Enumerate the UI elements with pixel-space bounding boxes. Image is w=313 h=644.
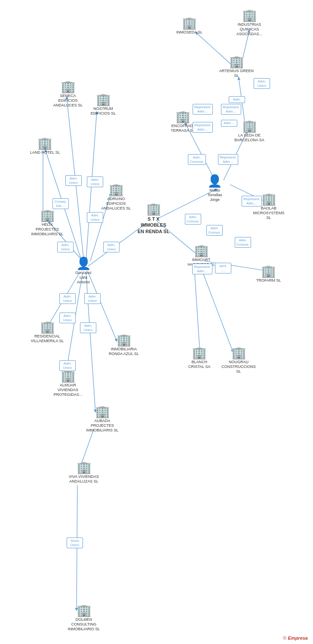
badge-adm-unico-left3[interactable]: Adm.Unico [87,212,103,223]
matas-person-icon: 👤 [207,175,222,187]
badge-adm-conous-center2[interactable]: Adm.Conous. [206,225,223,236]
badge-adm-unico-left2[interactable]: Adm.Unico [87,176,103,187]
residencial-building-icon: 🏢 [40,321,55,333]
badge-represent-baolab[interactable]: Represent.Adm.... [242,196,262,207]
node-inmobiliaria-ronda[interactable]: 🏢 INMOBILIARIA RONDA AZUL SL [107,334,141,356]
node-nougrau[interactable]: 🏢 NOUGRAU CONSTRUCCIONS SL [221,347,256,374]
badge-adm-unico-left1[interactable]: Adm.Unico [65,175,82,186]
brand-name: Empresa [288,635,308,641]
industrias-label: INDUSTRIAS QUIMICAS ASOCIADAS... [232,22,267,36]
nougrau-building-icon: 🏢 [231,347,246,359]
seneca-label: SENECA EDIFICIOS ANDALUCES SL [51,94,85,107]
ronda-building-icon: 🏢 [117,334,132,346]
landhotel-building-icon: 🏢 [37,137,52,149]
badge-adm-unico-low2[interactable]: Adm.Unico [84,293,101,304]
node-seda-barcelona[interactable]: 🏢 LA SEDA DE BARCELONA SA [232,120,267,143]
node-trofarm[interactable]: 🏢 TROFARM SL [256,265,281,283]
center-company-node[interactable]: 🏢 S T X IMMOBLES EN RENDA SL [138,202,169,234]
adriano-building-icon: 🏢 [109,184,124,196]
node-inmoseda[interactable]: 🏢 INMOSEDA SL [176,17,203,35]
badge-adm-conous-center1[interactable]: Adm.Conous. [185,214,201,225]
badge-adm-unico-low4[interactable]: Adm.Unico [80,322,96,333]
svg-line-9 [201,268,233,352]
badge-represent-1[interactable]: Represent.Adm.... [193,104,213,115]
copyright-symbol: © [283,635,286,641]
node-viva-viviendas[interactable]: 🏢 VIVA VIVIENDAS ANDALUZAS SL [67,462,101,484]
node-land-hotel[interactable]: 🏢 LAND HOTEL SL [30,137,60,155]
gonzalez-label: GonzalezLaraAntonio [75,270,92,284]
inmoseda-label: INMOSEDA SL [176,30,203,35]
baolab-label: BAOLAB MICROSYSTEMS SL [252,206,286,220]
dolmen-building-icon: 🏢 [77,605,92,617]
footer: © Empresa [283,635,308,641]
baolab-building-icon: 🏢 [261,193,276,205]
badge-adm-2[interactable]: Adm.... [221,120,237,127]
node-dolmen[interactable]: 🏢 DOLMEN CONSULTING INMOBILIARIO SL [67,605,101,631]
encofrad-building-icon: 🏢 [175,111,190,123]
badge-adm-conous-center3[interactable]: Adm.Conous. [235,237,251,248]
blanch-building-icon: 🏢 [192,347,207,359]
node-artenius[interactable]: 🏢 ARTENIUS GREEN SL [219,56,254,78]
gonzalez-person-icon: 👤 [76,258,91,270]
badge-consej-del[interactable]: Consej.Del.... [52,198,69,209]
badge-represent-immoart2[interactable]: sent..... [215,263,231,273]
node-aubada[interactable]: 🏢 AUBADA PROJECTES IMMOBILIARIS SL [85,406,120,432]
seneca-building-icon: 🏢 [61,81,76,93]
svg-line-10 [194,268,200,353]
badge-socio-unico[interactable]: SocioÚnico [67,538,83,548]
helix-label: HELIX PROJECTES IMMOBILIARIS SL [30,222,64,236]
viva-label: VIVA VIVIENDAS ANDALUZAS SL [67,474,101,484]
node-adriano[interactable]: 🏢 ADRIANO EDIFICIOS ANDALUCES SL [99,184,133,210]
badge-adm-1[interactable]: Adm. [229,96,245,103]
badge-adm-concous-1[interactable]: Adm.Concous. [188,154,206,165]
nostrum-building-icon: 🏢 [96,94,111,106]
center-company-label: S T X IMMOBLES EN RENDA SL [138,216,169,234]
badge-represent-2[interactable]: Represent.Adm.... [221,104,241,115]
dolmen-label: DOLMEN CONSULTING INMOBILIARIO SL [67,617,101,631]
matas-label: MatasTorrellasJorge [207,188,222,202]
network-diagram: 🏢 S T X IMMOBLES EN RENDA SL 🏢 INMOSEDA … [0,0,313,644]
badge-adm-unico-gonz2[interactable]: Adm.Unico [103,242,120,252]
aubada-label: AUBADA PROJECTES IMMOBILIARIS SL [85,419,120,432]
seda-building-icon: 🏢 [242,120,257,132]
node-blanch-cristal[interactable]: 🏢 BLANCHCRISTAL SA [188,347,211,369]
residencial-label: RESIDENCIAL VILLAEMERILA SL [30,334,64,343]
badge-represent-3[interactable]: Represent.Adm.... [193,122,213,133]
badge-adm-unico-artenius[interactable]: Adm.Unico [254,78,270,89]
badge-adm-unico-low1[interactable]: Adm.Unico [59,293,76,304]
node-seneca[interactable]: 🏢 SENECA EDIFICIOS ANDALUCES SL [51,81,85,107]
artenius-building-icon: 🏢 [229,56,244,68]
badge-represent-immoart1[interactable]: Represent.Adm.... [192,264,212,274]
node-nostrum[interactable]: 🏢 NOSTRUM EDIFICIOS SL [86,94,120,116]
node-almijar[interactable]: 🏢 ALMIJAR VIVIENDAS PROTEGIDAS... [51,370,85,397]
almijar-label: ALMIJAR VIVIENDAS PROTEGIDAS... [51,383,85,397]
badge-represent-4[interactable]: Represent.Adm.... [218,154,238,165]
immoart-building-icon: 🏢 [194,245,209,257]
badge-adm-unico-gonz1[interactable]: Adm.Unico [57,242,74,252]
inmoseda-building-icon: 🏢 [182,17,197,29]
blanch-label: BLANCHCRISTAL SA [188,360,211,369]
node-residencial[interactable]: 🏢 RESIDENCIAL VILLAEMERILA SL [30,321,64,343]
aubada-building-icon: 🏢 [95,406,110,418]
trofarm-label: TROFARM SL [256,278,281,283]
nougrau-label: NOUGRAU CONSTRUCCIONS SL [221,360,256,374]
almijar-building-icon: 🏢 [61,370,76,382]
nostrum-label: NOSTRUM EDIFICIOS SL [86,106,120,116]
adriano-label: ADRIANO EDIFICIOS ANDALUCES SL [99,197,133,210]
node-industrias[interactable]: 🏢 INDUSTRIAS QUIMICAS ASOCIADAS... [232,9,267,36]
ronda-label: INMOBILIARIA RONDA AZUL SL [107,347,141,356]
trofarm-building-icon: 🏢 [261,265,276,277]
helix-building-icon: 🏢 [40,210,55,222]
industrias-building-icon: 🏢 [242,9,257,21]
viva-building-icon: 🏢 [77,462,92,474]
artenius-label: ARTENIUS GREEN SL [219,69,254,78]
node-matas[interactable]: 👤 MatasTorrellasJorge [207,175,222,202]
landhotel-label: LAND HOTEL SL [30,150,60,155]
node-helix[interactable]: 🏢 HELIX PROJECTES IMMOBILIARIS SL [30,210,64,236]
center-building-icon: 🏢 [146,202,161,216]
seda-label: LA SEDA DE BARCELONA SA [232,133,267,143]
node-gonzalez[interactable]: 👤 GonzalezLaraAntonio [75,258,92,284]
